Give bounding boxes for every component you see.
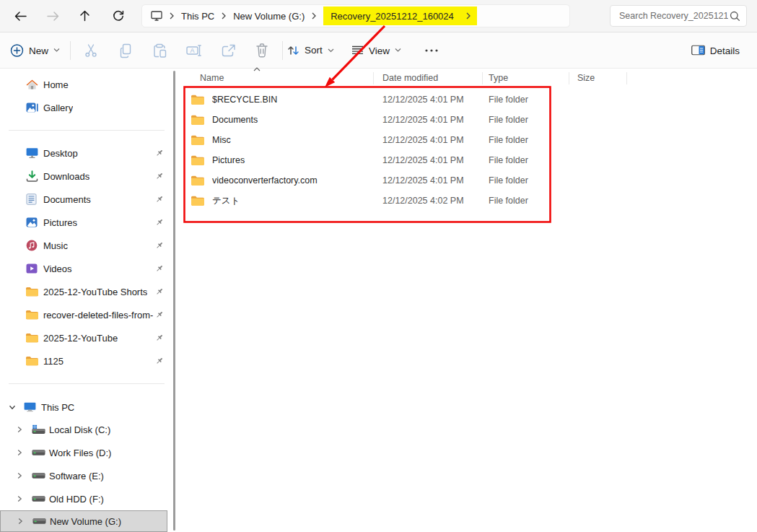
file-name: テスト: [212, 191, 240, 211]
sidebar-item-work-files-d[interactable]: Work Files (D:): [0, 441, 168, 464]
file-row[interactable]: Pictures 12/12/2025 4:01 PM File folder: [180, 150, 628, 170]
sidebar-separator: [9, 130, 165, 131]
column-header-name[interactable]: Name: [200, 69, 224, 87]
sidebar-item-label: New Volume (G:): [50, 516, 121, 527]
paste-button[interactable]: [149, 40, 170, 61]
breadcrumb-chevron-icon: [311, 12, 317, 19]
new-button[interactable]: New: [10, 43, 60, 57]
column-divider[interactable]: [373, 72, 374, 84]
back-arrow-icon: [14, 11, 27, 22]
search-icon: [730, 11, 740, 22]
sidebar-item-local-disk-c[interactable]: Local Disk (C:): [0, 418, 168, 441]
sidebar-item-youtube-shorts-folder[interactable]: 2025-12-YouTube Shorts: [0, 280, 168, 303]
address-bar[interactable]: This PC New Volume (G:) Recovery_2025121…: [141, 4, 570, 27]
details-pane-button[interactable]: Details: [691, 45, 740, 56]
file-explorer-window: This PC New Volume (G:) Recovery_2025121…: [0, 0, 757, 532]
chevron-right-icon[interactable]: [16, 495, 23, 502]
refresh-icon: [113, 10, 124, 22]
chevron-right-icon[interactable]: [16, 472, 23, 479]
sort-button[interactable]: Sort: [287, 45, 334, 56]
file-type: File folder: [489, 191, 528, 211]
sidebar-item-videos[interactable]: Videos: [0, 257, 168, 280]
search-input[interactable]: [618, 10, 730, 22]
rename-icon: A: [186, 43, 202, 58]
breadcrumb-chevron-icon: [221, 12, 227, 19]
sidebar-item-documents[interactable]: Documents: [0, 188, 168, 211]
sidebar-item-gallery[interactable]: Gallery: [0, 96, 168, 119]
sidebar-item-label: Work Files (D:): [49, 448, 111, 458]
file-row[interactable]: Misc 12/12/2025 4:01 PM File folder: [180, 130, 628, 150]
copy-icon: [118, 43, 133, 58]
drive-icon: [32, 450, 45, 456]
folder-icon: [191, 115, 204, 125]
chevron-down-icon[interactable]: [9, 404, 16, 411]
chevron-right-icon[interactable]: [17, 518, 24, 525]
music-icon: [26, 240, 38, 251]
navigation-bar: This PC New Volume (G:) Recovery_2025121…: [0, 0, 757, 32]
sidebar-item-old-hdd-f[interactable]: Old HDD (F:): [0, 487, 168, 510]
search-box[interactable]: [610, 5, 747, 27]
details-pane-icon: [691, 45, 705, 56]
sidebar-item-label: recover-deleted-files-from-rec: [43, 310, 153, 320]
refresh-button[interactable]: [108, 5, 129, 27]
sidebar-item-label: Local Disk (C:): [49, 424, 110, 435]
view-button[interactable]: View: [351, 45, 401, 56]
pin-icon: [155, 195, 164, 204]
column-header-date-modified[interactable]: Date modified: [382, 69, 438, 87]
breadcrumb-drive[interactable]: New Volume (G:): [233, 11, 305, 22]
pin-icon: [155, 149, 164, 157]
file-row[interactable]: テスト 12/12/2025 4:02 PM File folder: [180, 191, 628, 211]
cut-scissors-icon: [83, 43, 99, 58]
sidebar-scrollbar-thumb[interactable]: [173, 71, 175, 531]
delete-button[interactable]: [251, 40, 273, 61]
sidebar-item-downloads[interactable]: Downloads: [0, 165, 168, 188]
back-button[interactable]: [9, 5, 31, 27]
file-date-modified: 12/12/2025 4:01 PM: [382, 150, 464, 170]
rename-button[interactable]: A: [183, 40, 205, 61]
column-divider[interactable]: [569, 72, 569, 84]
forward-button[interactable]: [42, 5, 64, 27]
sidebar-item-this-pc[interactable]: This PC: [0, 396, 168, 419]
sort-button-label: Sort: [305, 45, 323, 56]
breadcrumb-current-highlighted[interactable]: Recovery_20251212_160024: [323, 6, 477, 25]
drive-icon: [32, 518, 46, 525]
sidebar-item-youtube-folder[interactable]: 2025-12-YouTube: [0, 326, 168, 349]
column-header-size[interactable]: Size: [577, 69, 595, 87]
column-header-type[interactable]: Type: [489, 69, 508, 87]
breadcrumb-chevron-icon: [465, 12, 471, 19]
column-divider[interactable]: [482, 72, 483, 84]
file-date-modified: 12/12/2025 4:01 PM: [382, 90, 464, 110]
file-row[interactable]: videoconverterfactory.com 12/12/2025 4:0…: [180, 170, 628, 191]
copy-button[interactable]: [115, 40, 136, 61]
file-row[interactable]: $RECYCLE.BIN 12/12/2025 4:01 PM File fol…: [180, 90, 628, 110]
breadcrumb-chevron-icon: [169, 12, 175, 19]
folder-icon: [191, 135, 204, 145]
cut-button[interactable]: [80, 40, 102, 61]
trash-icon: [255, 43, 268, 58]
folder-icon: [26, 287, 38, 297]
sidebar-item-pictures[interactable]: Pictures: [0, 211, 168, 234]
pin-icon: [155, 310, 164, 319]
sidebar-item-1125-folder[interactable]: 1125: [0, 349, 168, 372]
sidebar-item-desktop[interactable]: Desktop: [0, 141, 168, 165]
sidebar-item-new-volume-g-selected[interactable]: New Volume (G:): [0, 510, 167, 532]
file-date-modified: 12/12/2025 4:01 PM: [382, 110, 464, 130]
sidebar-item-label: Documents: [43, 194, 91, 205]
breadcrumb-this-pc[interactable]: This PC: [181, 11, 214, 22]
sidebar-item-home[interactable]: Home: [0, 73, 168, 96]
up-button[interactable]: [74, 5, 95, 27]
share-button[interactable]: [218, 40, 240, 61]
pin-icon: [155, 172, 164, 180]
chevron-right-icon[interactable]: [16, 449, 23, 456]
sidebar-item-music[interactable]: Music: [0, 234, 168, 257]
file-row[interactable]: Documents 12/12/2025 4:01 PM File folder: [180, 110, 628, 130]
up-arrow-icon: [79, 10, 90, 22]
sidebar-item-label: Desktop: [43, 148, 78, 159]
sidebar-item-software-e[interactable]: Software (E:): [0, 464, 168, 487]
sidebar-item-recover-deleted-folder[interactable]: recover-deleted-files-from-rec: [0, 303, 168, 326]
more-options-button[interactable]: [421, 40, 442, 61]
sidebar-item-label: Videos: [43, 263, 72, 274]
sidebar-item-label: 1125: [43, 356, 64, 367]
chevron-right-icon[interactable]: [16, 426, 23, 433]
column-divider[interactable]: [626, 72, 627, 84]
